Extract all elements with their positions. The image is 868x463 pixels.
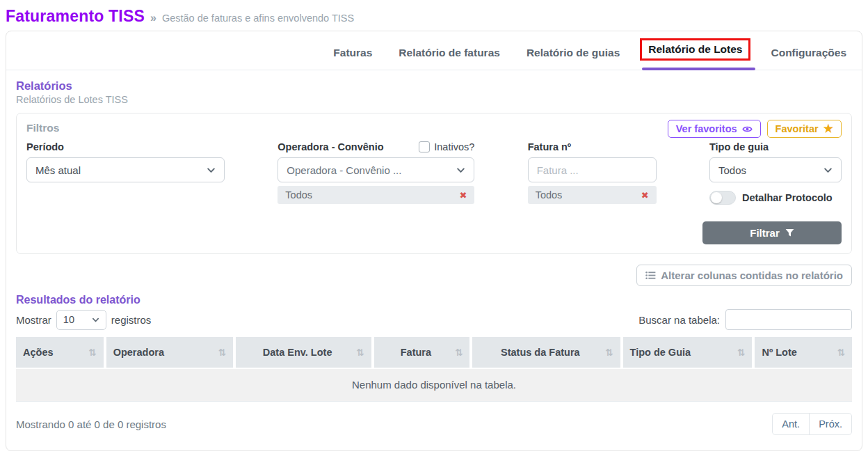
sort-icon[interactable]: ⇅	[88, 347, 96, 358]
operadora-label-row: Operadora - Convênio Inativos?	[278, 141, 474, 152]
records-summary: Mostrando 0 até 0 de 0 registros	[16, 418, 166, 430]
sort-icon[interactable]: ⇅	[356, 347, 364, 358]
chip-label: Todos	[536, 189, 563, 201]
periodo-label: Período	[26, 141, 225, 152]
column-header-data-env-lote[interactable]: Data Env. Lote ⇅	[236, 337, 371, 368]
sort-icon[interactable]: ⇅	[737, 347, 745, 358]
detalhar-protocolo-toggle[interactable]	[709, 191, 736, 205]
fatura-field: Fatura nº Todos ✖	[528, 141, 657, 205]
results-title: Resultados do relatório	[16, 294, 852, 306]
star-icon: ★	[823, 123, 833, 134]
table-search-control: Buscar na tabela:	[638, 309, 852, 330]
sort-icon[interactable]: ⇅	[218, 347, 226, 358]
chevron-down-icon	[823, 166, 833, 175]
funnel-icon	[785, 228, 794, 237]
section-title: Relatórios	[16, 79, 852, 93]
tab-label: Faturas	[333, 47, 372, 58]
chevron-down-icon	[207, 166, 216, 175]
tab-configuracoes[interactable]: Configurações	[771, 47, 846, 70]
fatura-input[interactable]	[528, 157, 657, 182]
sort-icon[interactable]: ⇅	[837, 347, 845, 358]
table-empty-message: Nenhum dado disponível na tabela.	[16, 369, 852, 402]
page-header: Faturamento TISS » Gestão de faturas e a…	[0, 0, 868, 26]
page-size-value: 10	[63, 314, 74, 325]
results-controls-bar: Mostrar 10 registros Buscar na tabela:	[16, 309, 852, 330]
tab-relatorio-de-faturas[interactable]: Relatório de faturas	[399, 47, 500, 70]
column-header-no-lote[interactable]: Nº Lote ⇅	[755, 337, 852, 368]
previous-page-button[interactable]: Ant.	[773, 414, 809, 434]
columns-toolbar: Alterar colunas contidas no relatório	[16, 265, 852, 286]
tipo-de-guia-selected-value: Todos	[718, 164, 746, 176]
breadcrumb-separator: »	[150, 12, 156, 24]
table-footer: Mostrando 0 até 0 de 0 registros Ant. Pr…	[16, 413, 852, 435]
page-size-select[interactable]: 10	[56, 310, 106, 330]
eye-icon	[742, 125, 753, 134]
inativos-label: Inativos?	[434, 141, 474, 152]
periodo-field: Período Mês atual	[26, 141, 225, 205]
buscar-label: Buscar na tabela:	[638, 314, 720, 326]
section-heading: Relatórios Relatórios de Lotes TISS	[16, 79, 852, 105]
ver-favoritos-button[interactable]: Ver favoritos	[668, 120, 761, 138]
registros-label: registros	[111, 314, 152, 326]
tab-bar: Faturas Relatório de faturas Relatório d…	[6, 31, 862, 70]
tab-relatorio-de-lotes[interactable]: Relatório de Lotes	[646, 42, 744, 70]
filter-fields-row: Período Mês atual Operadora - Convênio I…	[26, 141, 842, 205]
column-header-operadora[interactable]: Operadora ⇅	[106, 337, 233, 368]
filtrar-label: Filtrar	[750, 227, 780, 239]
ver-favoritos-label: Ver favoritos	[676, 123, 737, 134]
results-table: Ações ⇅ Operadora ⇅ Data Env. Lote ⇅ Fat…	[16, 337, 852, 402]
remove-chip-icon[interactable]: ✖	[641, 190, 649, 201]
filtrar-button-row: Filtrar	[26, 221, 842, 244]
operadora-selected-chip: Todos ✖	[278, 186, 474, 204]
pagination: Ant. Próx.	[772, 413, 852, 435]
toggle-knob	[711, 192, 722, 203]
page-size-control: Mostrar 10 registros	[16, 310, 151, 330]
tab-label: Configurações	[771, 47, 846, 58]
chevron-down-icon	[92, 316, 99, 324]
annotation-highlight-box: Relatório de Lotes	[640, 38, 750, 61]
inativos-checkbox-wrap[interactable]: Inativos?	[419, 141, 474, 152]
tab-label: Relatório de guias	[527, 47, 620, 58]
operadora-select[interactable]: Operadora - Convênio ...	[278, 157, 474, 182]
tipo-de-guia-label: Tipo de guia	[709, 141, 842, 152]
chip-label: Todos	[285, 189, 312, 201]
tab-faturas[interactable]: Faturas	[333, 47, 372, 70]
sort-icon[interactable]: ⇅	[605, 347, 613, 358]
list-icon	[645, 271, 656, 280]
tipo-de-guia-field: Tipo de guia Todos Detalhar Protocolo	[709, 141, 842, 205]
mostrar-label: Mostrar	[16, 314, 51, 326]
page-subtitle: Gestão de faturas e afins envolvendo TIS…	[162, 13, 354, 24]
filters-header: Filtros Ver favoritos Favoritar ★	[26, 120, 842, 138]
inativos-checkbox[interactable]	[419, 141, 430, 152]
sort-icon[interactable]: ⇅	[455, 347, 463, 358]
column-header-status-da-fatura[interactable]: Status da Fatura ⇅	[472, 337, 620, 368]
periodo-select[interactable]: Mês atual	[26, 157, 225, 182]
filtrar-button[interactable]: Filtrar	[702, 221, 842, 244]
periodo-selected-value: Mês atual	[35, 164, 81, 176]
page-title: Faturamento TISS	[6, 7, 145, 26]
fatura-selected-chip: Todos ✖	[528, 186, 657, 204]
detalhar-protocolo-label: Detalhar Protocolo	[742, 192, 833, 203]
favoritar-button[interactable]: Favoritar ★	[767, 120, 842, 138]
operadora-placeholder: Operadora - Convênio ...	[287, 164, 401, 176]
next-page-button[interactable]: Próx.	[809, 414, 851, 434]
remove-chip-icon[interactable]: ✖	[459, 190, 467, 201]
column-header-acoes[interactable]: Ações ⇅	[16, 337, 104, 368]
fatura-label: Fatura nº	[528, 141, 657, 152]
filters-title: Filtros	[26, 120, 59, 134]
chevron-down-icon	[456, 166, 465, 175]
section-subtitle: Relatórios de Lotes TISS	[16, 94, 852, 105]
tab-label: Relatório de faturas	[399, 47, 500, 58]
column-header-tipo-de-guia[interactable]: Tipo de Guia ⇅	[623, 337, 753, 368]
column-header-fatura[interactable]: Fatura ⇅	[374, 337, 470, 368]
favoritar-label: Favoritar	[775, 123, 819, 134]
main-card: Faturas Relatório de faturas Relatório d…	[6, 31, 862, 451]
operadora-field: Operadora - Convênio Inativos? Operadora…	[278, 141, 474, 205]
alterar-colunas-button[interactable]: Alterar colunas contidas no relatório	[636, 265, 852, 286]
table-header-row: Ações ⇅ Operadora ⇅ Data Env. Lote ⇅ Fat…	[16, 337, 852, 368]
favorites-button-group: Ver favoritos Favoritar ★	[668, 120, 842, 138]
table-search-input[interactable]	[725, 309, 852, 330]
tab-relatorio-de-guias[interactable]: Relatório de guias	[527, 47, 620, 70]
detalhar-protocolo-row: Detalhar Protocolo	[709, 191, 842, 205]
tipo-de-guia-select[interactable]: Todos	[709, 157, 842, 182]
